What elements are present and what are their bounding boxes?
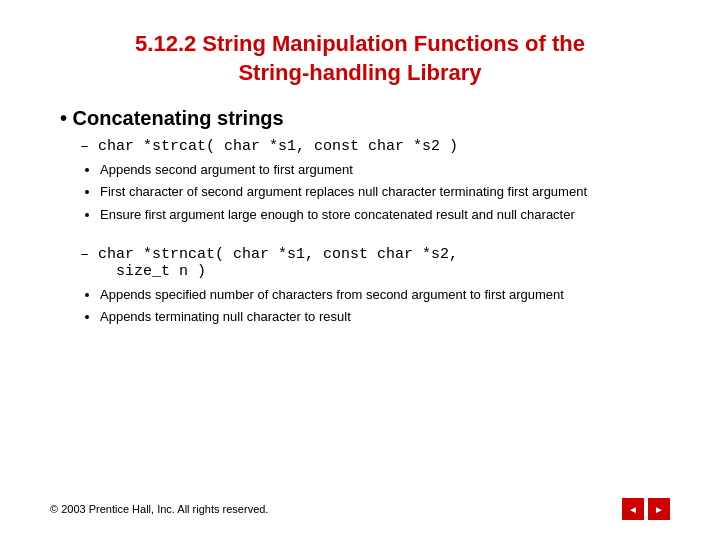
slide-title: 5.12.2 String Manipulation Functions of … [50,30,670,87]
subsection-strncat: – char *strncat( char *s1, const char *s… [80,246,670,330]
strcat-signature: – char *strcat( char *s1, const char *s2… [80,138,670,155]
nav-forward-button[interactable]: ► [648,498,670,520]
footer: © 2003 Prentice Hall, Inc. All rights re… [50,488,670,520]
slide: 5.12.2 String Manipulation Functions of … [0,0,720,540]
strcat-sig-text: char *strcat( char *s1, const char *s2 ) [98,138,458,155]
strncat-sig-line2: size_t n ) [107,263,206,280]
title-line1: 5.12.2 String Manipulation Functions of … [135,31,585,56]
strcat-bullet-1: Appends second argument to first argumen… [100,161,670,179]
strcat-bullet-3: Ensure first argument large enough to st… [100,206,670,224]
strcat-bullets: Appends second argument to first argumen… [100,161,670,224]
strncat-sig-line1: char *strncat( char *s1, const char *s2, [98,246,458,263]
subsection-strcat: – char *strcat( char *s1, const char *s2… [80,138,670,228]
strncat-signature: – char *strncat( char *s1, const char *s… [80,246,670,280]
strncat-bullet-2: Appends terminating null character to re… [100,308,670,326]
strcat-bullet-2: First character of second argument repla… [100,183,670,201]
nav-back-button[interactable]: ◄ [622,498,644,520]
section-header: • Concatenating strings [60,107,670,130]
strncat-bullets: Appends specified number of characters f… [100,286,670,326]
title-line2: String-handling Library [238,60,481,85]
nav-buttons: ◄ ► [622,498,670,520]
copyright-text: © 2003 Prentice Hall, Inc. All rights re… [50,503,268,515]
strncat-bullet-1: Appends specified number of characters f… [100,286,670,304]
section-label: Concatenating strings [73,107,284,129]
